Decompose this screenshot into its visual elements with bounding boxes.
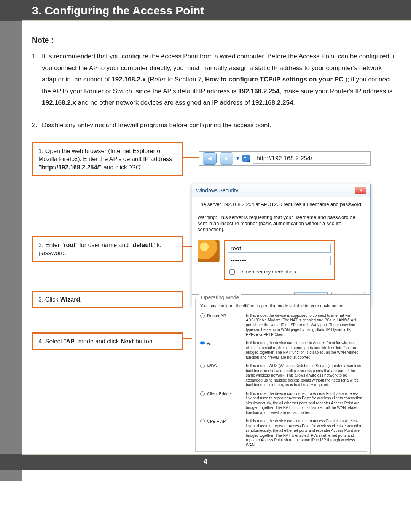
username-input[interactable] [228, 244, 331, 253]
om-mode-radio[interactable] [200, 391, 205, 396]
callout-step-2: 2. Enter "root" for user name and "defau… [32, 236, 183, 262]
note-item-number: 1. [32, 51, 42, 109]
om-mode-option[interactable]: Client Bridge [200, 391, 241, 415]
password-input[interactable] [228, 256, 331, 265]
om-mode-name: AP [207, 341, 213, 345]
om-mode-row: Router APIn this mode, the device is sup… [199, 311, 363, 339]
om-mode-radio[interactable] [200, 341, 205, 345]
om-mode-row: CPE + APIn this mode, the device can con… [199, 417, 363, 449]
om-mode-option[interactable]: AP [200, 341, 241, 360]
page-number: 4 [204, 458, 207, 466]
operating-mode-legend: Operating Mode [199, 294, 241, 300]
om-mode-radio[interactable] [200, 313, 205, 318]
dialog-message-1: The server 192.168.2.254 at APO1200 requ… [198, 201, 365, 208]
om-mode-name: CPE + AP [207, 419, 226, 423]
operating-mode-panel: Operating Mode You may configure the dif… [192, 294, 371, 466]
forward-icon[interactable]: ► [220, 152, 233, 165]
ie-icon [242, 155, 250, 162]
note-item-text: It is recommended that you configure the… [42, 51, 401, 109]
page-footer: 4 [0, 454, 411, 470]
note-item: 1. It is recommended that you configure … [32, 51, 401, 109]
section-title: 3. Configuring the Access Point [32, 4, 204, 17]
om-mode-desc: In this mode, WDS (Wireless Distribution… [246, 364, 362, 388]
note-heading: Note : [32, 36, 401, 45]
section-title-bar: 3. Configuring the Access Point [0, 0, 411, 21]
dialog-message-2: Warning: This server is requesting that … [198, 214, 365, 233]
dialog-title: Windows Security [196, 187, 238, 193]
om-mode-name: WDS [207, 364, 217, 368]
remember-checkbox-box[interactable] [229, 269, 235, 275]
om-mode-option[interactable]: CPE + AP [200, 419, 241, 447]
callout-step-1: 1. Open the web browser (Internet Explor… [32, 142, 183, 177]
operating-mode-desc: You may configure the different operatin… [200, 304, 363, 308]
page-left-margin [0, 0, 22, 481]
callout-connector [183, 157, 199, 158]
note-item-text: Disable any anti-virus and firewall prog… [42, 120, 401, 131]
om-mode-row: WDSIn this mode, WDS (Wireless Distribut… [199, 361, 363, 389]
credential-highlight: Remember my credentials [224, 240, 335, 280]
close-icon[interactable]: × [355, 187, 366, 194]
note-item: 2. Disable any anti-virus and firewall p… [32, 120, 401, 131]
dropdown-icon[interactable]: ▾ [236, 155, 239, 162]
om-mode-name: Client Bridge [207, 391, 231, 396]
url-text: http://192.168.2.254/ [256, 155, 312, 162]
remember-checkbox-label: Remember my credentials [238, 269, 296, 275]
om-mode-row: Client BridgeIn this mode, the device ca… [199, 389, 363, 417]
security-dialog: Windows Security × The server 192.168.2.… [192, 184, 371, 305]
om-mode-radio[interactable] [200, 364, 205, 368]
om-mode-name: Router AP [207, 313, 226, 318]
remember-checkbox[interactable]: Remember my credentials [228, 268, 331, 276]
om-mode-radio[interactable] [200, 419, 205, 423]
url-field[interactable]: http://192.168.2.254/ [253, 153, 366, 164]
note-item-number: 2. [32, 120, 42, 131]
om-mode-desc: In this mode, the device can connect to … [246, 391, 362, 415]
om-mode-option[interactable]: Router AP [200, 313, 241, 337]
avatar-icon [198, 240, 220, 262]
om-mode-desc: In this mode, the device can be used to … [246, 341, 362, 360]
callout-step-4: 4. Select "AP" mode and click Next butto… [32, 332, 183, 351]
callout-step-3: 3. Click Wizard. [32, 291, 183, 309]
om-mode-desc: In this mode, the device can connect to … [246, 419, 362, 447]
om-mode-row: APIn this mode, the device can be used t… [199, 339, 363, 361]
om-mode-option[interactable]: WDS [200, 364, 241, 388]
om-mode-desc: In this mode, the device is supposed to … [246, 313, 362, 337]
back-icon[interactable]: ◄ [203, 152, 217, 165]
browser-bar-mock: ◄ ► ▾ http://192.168.2.254/ [199, 151, 371, 166]
